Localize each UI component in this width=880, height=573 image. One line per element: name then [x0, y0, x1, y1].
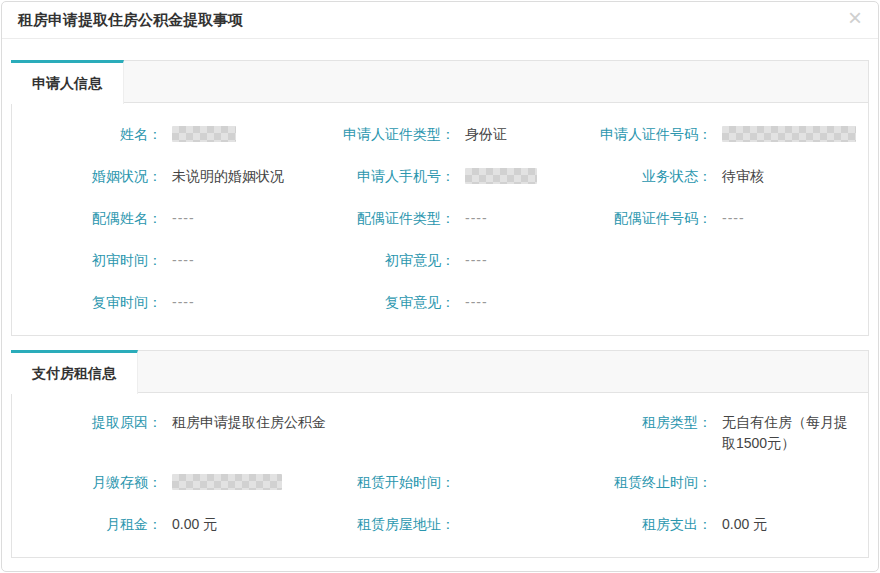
- rent-section-body: 提取原因： 租房申请提取住房公积金 租房类型： 无自有住房（每月提取1500元）…: [12, 393, 868, 557]
- field-spouse-cert-no: 配偶证件号码： ----: [586, 208, 868, 228]
- applicant-info-section: 申请人信息 姓名： 申请人证件类型： 身份证 申请人证件号码：: [11, 60, 869, 336]
- dialog-header: 租房申请提取住房公积金提取事项 ×: [2, 2, 878, 39]
- field-value: 租房申请提取住房公积金: [172, 412, 326, 432]
- field-first-review-time: 初审时间： ----: [12, 250, 299, 270]
- field-label: 租房支出：: [586, 514, 712, 534]
- field-second-review-opinion: 复审意见： ----: [299, 292, 586, 312]
- field-value: ----: [172, 208, 195, 228]
- tab-rent-payment-info[interactable]: 支付房租信息: [11, 350, 138, 394]
- field-value: ----: [465, 250, 488, 270]
- field-label: 租房类型：: [586, 412, 712, 432]
- redacted-value-mosaic: [172, 126, 236, 142]
- dialog-title: 租房申请提取住房公积金提取事项: [18, 11, 862, 30]
- field-row: 月缴存额： 租赁开始时间： 租赁终止时间：: [12, 461, 868, 503]
- field-name: 姓名：: [12, 124, 299, 144]
- status-value: 待审核: [722, 166, 764, 186]
- field-label: 配偶证件号码：: [586, 208, 712, 228]
- field-value: 未说明的婚姻状况: [172, 166, 284, 186]
- field-row: 姓名： 申请人证件类型： 身份证 申请人证件号码：: [12, 113, 868, 155]
- field-label: 配偶证件类型：: [299, 208, 455, 228]
- field-label: 申请人证件类型：: [299, 124, 455, 144]
- field-label: 月缴存额：: [12, 472, 162, 492]
- redacted-value-mosaic: [465, 168, 537, 184]
- close-icon[interactable]: ×: [848, 6, 862, 30]
- field-empty: [586, 250, 868, 270]
- field-label: 业务状态：: [586, 166, 712, 186]
- field-row: 婚姻状况： 未说明的婚姻状况 申请人手机号： 业务状态： 待审核: [12, 155, 868, 197]
- field-value: 0.00 元: [172, 514, 217, 534]
- field-label: 申请人手机号：: [299, 166, 455, 186]
- applicant-section-header: 申请人信息: [12, 61, 868, 103]
- withdrawal-detail-dialog: 租房申请提取住房公积金提取事项 × 申请人信息 姓名： 申请人证件类型： 身份证…: [1, 1, 879, 572]
- tab-applicant-info[interactable]: 申请人信息: [11, 60, 124, 104]
- redacted-value-mosaic: [722, 126, 856, 142]
- field-label: 婚姻状况：: [12, 166, 162, 186]
- field-empty: [586, 292, 868, 312]
- field-value: 无自有住房（每月提取1500元）: [722, 412, 856, 454]
- field-value: ----: [172, 292, 195, 312]
- field-row: 月租金： 0.00 元 租赁房屋地址： 租房支出： 0.00 元: [12, 503, 868, 545]
- redacted-value-mosaic: [172, 474, 282, 490]
- field-row: 复审时间： ---- 复审意见： ----: [12, 281, 868, 323]
- field-value: ----: [465, 208, 488, 228]
- field-spouse-cert-type: 配偶证件类型： ----: [299, 208, 586, 228]
- field-lease-address: 租赁房屋地址：: [299, 514, 586, 534]
- field-label: 租赁开始时间：: [299, 472, 455, 492]
- field-label: 提取原因：: [12, 412, 162, 432]
- field-label: 月租金：: [12, 514, 162, 534]
- field-row: 提取原因： 租房申请提取住房公积金 租房类型： 无自有住房（每月提取1500元）: [12, 403, 868, 461]
- field-label: 申请人证件号码：: [586, 124, 712, 144]
- field-value: 身份证: [465, 124, 507, 144]
- field-monthly-deposit: 月缴存额：: [12, 472, 299, 492]
- field-row: 初审时间： ---- 初审意见： ----: [12, 239, 868, 281]
- field-label: 姓名：: [12, 124, 162, 144]
- field-marital: 婚姻状况： 未说明的婚姻状况: [12, 166, 299, 186]
- applicant-section-body: 姓名： 申请人证件类型： 身份证 申请人证件号码： 婚姻状况： 未说明的婚姻状况: [12, 103, 868, 335]
- field-first-review-opinion: 初审意见： ----: [299, 250, 586, 270]
- field-lease-end: 租赁终止时间：: [586, 472, 868, 492]
- field-withdraw-reason: 提取原因： 租房申请提取住房公积金: [12, 412, 586, 432]
- field-label: 复审意见：: [299, 292, 455, 312]
- field-spouse-name: 配偶姓名： ----: [12, 208, 299, 228]
- field-label: 初审意见：: [299, 250, 455, 270]
- field-row: 配偶姓名： ---- 配偶证件类型： ---- 配偶证件号码： ----: [12, 197, 868, 239]
- field-lease-start: 租赁开始时间：: [299, 472, 586, 492]
- field-monthly-rent: 月租金： 0.00 元: [12, 514, 299, 534]
- field-phone: 申请人手机号：: [299, 166, 586, 186]
- field-value: ----: [465, 292, 488, 312]
- field-cert-type: 申请人证件类型： 身份证: [299, 124, 586, 144]
- field-value: 0.00 元: [722, 514, 767, 534]
- field-label: 租赁终止时间：: [586, 472, 712, 492]
- field-label: 初审时间：: [12, 250, 162, 270]
- field-label: 配偶姓名：: [12, 208, 162, 228]
- field-rent-expense: 租房支出： 0.00 元: [586, 514, 868, 534]
- field-value: ----: [172, 250, 195, 270]
- field-cert-no: 申请人证件号码：: [586, 124, 868, 144]
- field-second-review-time: 复审时间： ----: [12, 292, 299, 312]
- rent-section-header: 支付房租信息: [12, 351, 868, 393]
- field-label: 租赁房屋地址：: [299, 514, 455, 534]
- rent-payment-section: 支付房租信息 提取原因： 租房申请提取住房公积金 租房类型： 无自有住房（每月提…: [11, 350, 869, 558]
- field-value: ----: [722, 208, 745, 228]
- field-label: 复审时间：: [12, 292, 162, 312]
- field-status: 业务状态： 待审核: [586, 166, 868, 186]
- field-rent-type: 租房类型： 无自有住房（每月提取1500元）: [586, 412, 868, 454]
